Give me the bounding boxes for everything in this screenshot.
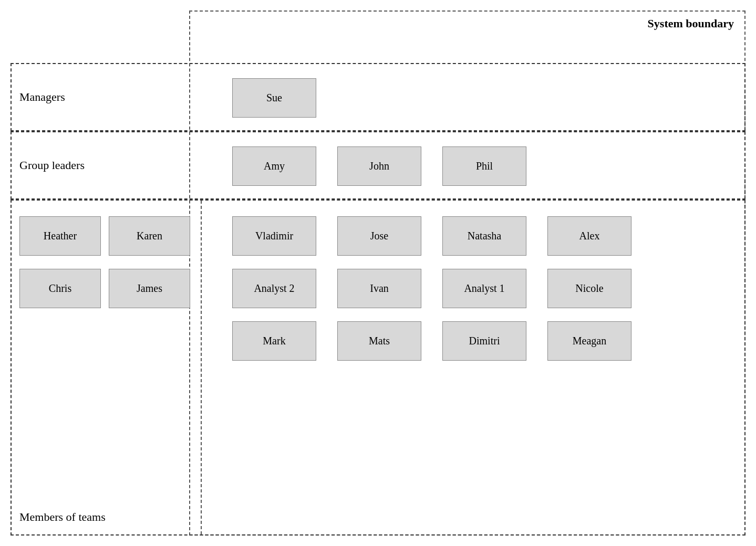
person-name-chris: Chris	[49, 282, 71, 295]
person-box-amy: Amy	[232, 146, 316, 186]
person-name-vladimir: Vladimir	[255, 230, 293, 242]
person-name-analyst2: Analyst 2	[254, 282, 294, 295]
person-box-nicole: Nicole	[547, 269, 631, 308]
person-name-dimitri: Dimitri	[469, 335, 500, 347]
person-box-dimitri: Dimitri	[442, 321, 526, 361]
person-name-jose: Jose	[370, 230, 388, 242]
members-divider	[201, 201, 202, 534]
system-boundary-label: System boundary	[648, 17, 734, 30]
person-name-alex: Alex	[579, 230, 600, 242]
person-box-chris: Chris	[19, 269, 101, 308]
person-name-mark: Mark	[263, 335, 285, 347]
person-box-phil: Phil	[442, 146, 526, 186]
members-label: Members of teams	[19, 510, 106, 524]
person-box-alex: Alex	[547, 216, 631, 256]
person-box-mark: Mark	[232, 321, 316, 361]
person-name-john: John	[369, 160, 389, 172]
person-name-sue: Sue	[266, 92, 282, 104]
group-leaders-row: Group leaders Amy John Phil	[11, 131, 745, 200]
diagram-container: System boundary Managers Sue Group leade…	[11, 10, 745, 536]
person-box-natasha: Natasha	[442, 216, 526, 256]
person-box-vladimir: Vladimir	[232, 216, 316, 256]
person-name-phil: Phil	[476, 160, 493, 172]
person-box-john: John	[337, 146, 421, 186]
person-box-heather: Heather	[19, 216, 101, 256]
person-name-meagan: Meagan	[573, 335, 606, 347]
person-box-james: James	[109, 269, 190, 308]
person-box-analyst2: Analyst 2	[232, 269, 316, 308]
person-box-meagan: Meagan	[547, 321, 631, 361]
person-name-nicole: Nicole	[575, 282, 603, 295]
person-box-karen: Karen	[109, 216, 190, 256]
person-name-karen: Karen	[137, 230, 162, 242]
person-box-mats: Mats	[337, 321, 421, 361]
managers-row: Managers Sue	[11, 63, 745, 131]
person-box-analyst1: Analyst 1	[442, 269, 526, 308]
person-name-heather: Heather	[44, 230, 77, 242]
managers-label: Managers	[19, 90, 65, 104]
person-box-ivan: Ivan	[337, 269, 421, 308]
person-name-analyst1: Analyst 1	[464, 282, 504, 295]
person-box-sue: Sue	[232, 78, 316, 118]
person-name-mats: Mats	[369, 335, 390, 347]
person-box-jose: Jose	[337, 216, 421, 256]
person-name-amy: Amy	[264, 160, 285, 172]
members-row: Members of teams Heather Karen Chris Jam…	[11, 200, 745, 536]
person-name-james: James	[137, 282, 162, 295]
person-name-ivan: Ivan	[370, 282, 389, 295]
group-leaders-label: Group leaders	[19, 159, 85, 172]
person-name-natasha: Natasha	[468, 230, 501, 242]
